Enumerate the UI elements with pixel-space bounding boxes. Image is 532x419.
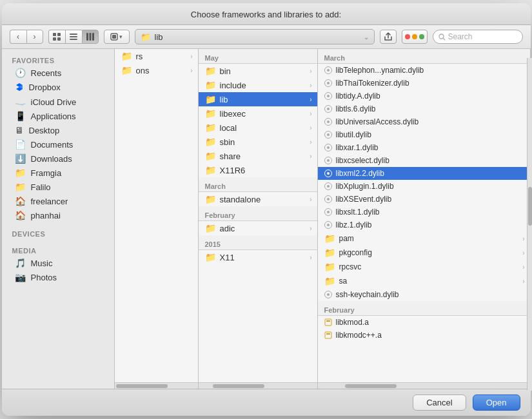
- col3-pkgconfig[interactable]: 📁 pkgconfig ›: [318, 246, 530, 260]
- col3-libxslt[interactable]: libxslt.1.dylib: [318, 206, 530, 219]
- view-group: [48, 30, 99, 44]
- sidebar-item-dropbox[interactable]: Dropbox: [5, 80, 112, 95]
- sidebar-item-desktop[interactable]: 🖥 Desktop: [5, 123, 112, 137]
- col2-share[interactable]: 📁 share ›: [199, 149, 317, 163]
- svg-point-12: [439, 34, 444, 39]
- documents-icon: 📄: [15, 139, 26, 150]
- col3-ssh-keychain[interactable]: ssh-keychain.dylib: [318, 288, 530, 301]
- col3-libthai[interactable]: libThaiTokenizer.dylib: [318, 77, 530, 90]
- sidebar-item-label: Falilo: [31, 182, 51, 192]
- chevron-right-icon: ›: [310, 225, 311, 232]
- dylib-icon: [324, 290, 332, 299]
- folder-icon: 📁: [121, 65, 132, 75]
- col2-include[interactable]: 📁 include ›: [199, 78, 317, 92]
- svg-point-35: [327, 185, 330, 188]
- toolbar: ‹ › ▾ 📁 lib ⌄: [2, 25, 531, 49]
- col3-libxml2[interactable]: libxml2.2.dylib: [318, 167, 530, 180]
- col2-bin[interactable]: 📁 bin ›: [199, 64, 317, 78]
- col3-libxar[interactable]: libxar.1.dylib: [318, 141, 530, 154]
- sidebar-item-falilo[interactable]: 📁 Falilo: [5, 180, 112, 194]
- col2-libexec[interactable]: 📁 libexec ›: [199, 106, 317, 121]
- col3-libxsevent[interactable]: libXSEvent.dylib: [318, 193, 530, 206]
- vertical-scrollbar[interactable]: [527, 58, 531, 389]
- sidebar-item-framgia[interactable]: 📁 Framgia: [5, 166, 112, 180]
- folder-icon: 📁: [324, 262, 335, 272]
- devices-label: Devices: [2, 228, 114, 239]
- col3-sa[interactable]: 📁 sa ›: [318, 274, 530, 288]
- sidebar-item-label: Recents: [31, 68, 62, 78]
- col2-local[interactable]: 📁 local ›: [199, 121, 317, 135]
- view-icons-button[interactable]: [48, 30, 65, 44]
- svg-point-23: [327, 108, 330, 110]
- folder-icon: 📁: [324, 276, 335, 286]
- svg-rect-3: [57, 37, 61, 41]
- framgia-icon: 📁: [15, 168, 26, 178]
- chevron-right-icon: ›: [522, 249, 524, 257]
- svg-rect-45: [326, 320, 330, 322]
- col2-sbin[interactable]: 📁 sbin ›: [199, 135, 317, 149]
- sidebar-item-documents[interactable]: 📄 Documents: [5, 137, 112, 151]
- dylib-icon: [324, 66, 332, 75]
- col3-libz[interactable]: libz.1.dylib: [318, 219, 530, 231]
- col3-libuniversal[interactable]: libUniversalAccess.dylib: [318, 115, 530, 128]
- tags-button[interactable]: [402, 30, 428, 44]
- col2-x11r6[interactable]: 📁 X11R6: [199, 163, 317, 177]
- col3-libkmod-a[interactable]: libkmod.a: [318, 316, 530, 329]
- sidebar-item-label: Desktop: [29, 126, 60, 135]
- folder-icon: 📁: [205, 223, 216, 233]
- col3-libxcselect[interactable]: libxcselect.dylib: [318, 154, 530, 167]
- col1-rs[interactable]: 📁 rs ›: [115, 49, 198, 63]
- chevron-right-icon: ›: [310, 68, 311, 75]
- svg-point-21: [327, 95, 330, 97]
- svg-point-25: [327, 121, 330, 123]
- sidebar-item-label: Downloads: [31, 154, 72, 164]
- view-columns-button[interactable]: [82, 30, 99, 44]
- col2-lib[interactable]: 📁 lib ›: [199, 92, 317, 106]
- col2-standalone[interactable]: 📁 standalone ›: [199, 192, 317, 206]
- view-cover-button[interactable]: ▾: [104, 30, 130, 44]
- col2-adic[interactable]: 📁 adic ›: [199, 221, 317, 235]
- svg-point-37: [327, 198, 330, 200]
- sidebar-item-label: Dropbox: [29, 83, 61, 92]
- col3-libxplugin[interactable]: libXplugin.1.dylib: [318, 180, 530, 193]
- archive-icon: [324, 331, 332, 340]
- svg-rect-8: [89, 33, 91, 41]
- media-label: Media: [2, 244, 114, 256]
- col1-ons[interactable]: 📁 ons ›: [115, 63, 198, 77]
- col2-2015-header: 2015: [199, 235, 317, 250]
- sidebar-item-applications[interactable]: 📱 Applications: [5, 109, 112, 123]
- col3-libutil[interactable]: libutil.dylib: [318, 128, 530, 141]
- sidebar-item-freelancer[interactable]: 🏠 freelancer: [5, 194, 112, 208]
- col3-february-header: February: [318, 301, 530, 316]
- sidebar-item-music[interactable]: 🎵 Music: [5, 256, 112, 270]
- nav-group: ‹ ›: [10, 30, 43, 44]
- col3-libtls[interactable]: libtls.6.dylib: [318, 102, 530, 115]
- folder-icon: 📁: [205, 122, 216, 133]
- dylib-icon: [324, 92, 332, 101]
- sidebar-item-label: Applications: [31, 112, 76, 121]
- open-button[interactable]: Open: [473, 395, 520, 411]
- col3-libtelephon[interactable]: libTelephon...ynamic.dylib: [318, 64, 530, 77]
- search-box[interactable]: Search: [433, 30, 523, 44]
- sidebar-item-photos[interactable]: 📷 Photos: [5, 270, 112, 284]
- search-placeholder: Search: [448, 32, 473, 41]
- col2-x11[interactable]: 📁 X11 ›: [199, 250, 317, 264]
- col3-pam[interactable]: 📁 pam ›: [318, 231, 530, 246]
- location-bar[interactable]: 📁 lib ⌄: [135, 29, 375, 44]
- sidebar-item-recents[interactable]: 🕐 Recents: [5, 66, 112, 80]
- col3-libkmodcpp-a[interactable]: libkmodc++.a: [318, 329, 530, 342]
- forward-button[interactable]: ›: [26, 30, 43, 44]
- view-list-button[interactable]: [65, 30, 82, 44]
- dylib-icon: [324, 117, 332, 126]
- sidebar-item-phanhai[interactable]: 🏠 phanhai: [5, 208, 112, 222]
- chevron-right-icon: ›: [310, 110, 311, 117]
- back-button[interactable]: ‹: [10, 30, 26, 44]
- folder-icon: 📁: [324, 248, 335, 258]
- location-chevron: ⌄: [364, 34, 369, 41]
- col3-rpcsvc[interactable]: 📁 rpcsvc ›: [318, 260, 530, 274]
- sidebar-item-downloads[interactable]: ⬇️ Downloads: [5, 151, 112, 166]
- sidebar-item-icloud[interactable]: ☁️ iCloud Drive: [5, 95, 112, 109]
- cancel-button[interactable]: Cancel: [413, 395, 466, 411]
- col3-libtidy[interactable]: libtidy.A.dylib: [318, 90, 530, 102]
- share-button[interactable]: [380, 30, 397, 44]
